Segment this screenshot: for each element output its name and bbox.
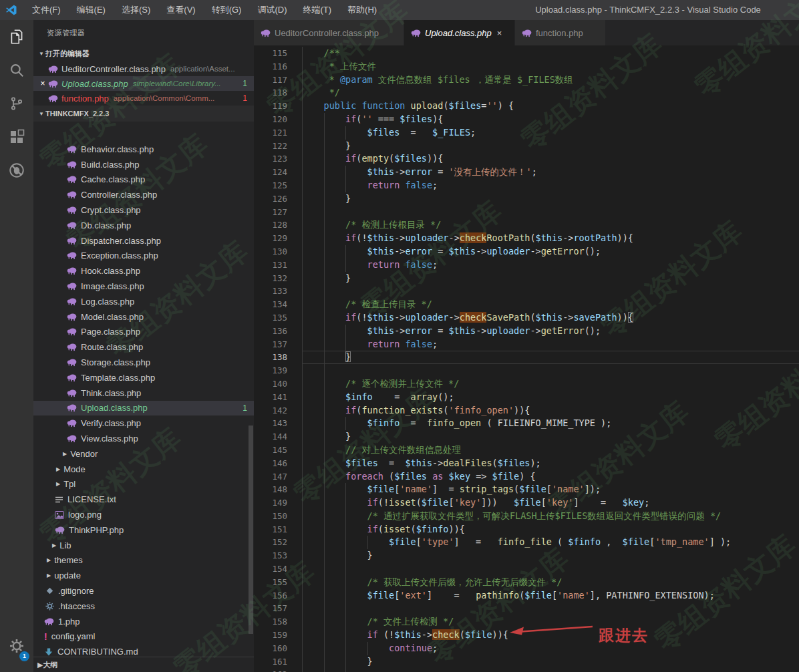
menu-item[interactable]: 选择(S)	[114, 0, 158, 20]
tree-item-.gitignore[interactable]: .gitignore	[33, 583, 254, 599]
tree-item-Image.class.php[interactable]: Image.class.php	[33, 279, 254, 294]
code-line-154[interactable]: 154	[254, 562, 799, 576]
tree-item-Upload.class.php[interactable]: Upload.class.php1	[33, 401, 254, 416]
code-line-145[interactable]: 145 // 对上传文件数组信息处理	[254, 444, 799, 457]
tree-item-Page.class.php[interactable]: Page.class.php	[33, 325, 254, 340]
code-line-127[interactable]: 127	[254, 206, 799, 219]
code-line-142[interactable]: 142 if(function_exists('finfo_open')){	[254, 404, 799, 417]
code-line-135[interactable]: 135 if(!$this->uploader->checkSavePath($…	[254, 311, 799, 325]
tree-item-View.class.php[interactable]: View.class.php	[33, 431, 254, 446]
code-line-146[interactable]: 146 $files = $this->dealFiles($files);	[254, 457, 799, 470]
code-line-126[interactable]: 126 }	[254, 192, 799, 206]
manage-button[interactable]: 1	[0, 629, 33, 663]
menu-item[interactable]: 调试(D)	[249, 0, 295, 20]
code-line-141[interactable]: 141 $info = array();	[254, 391, 799, 404]
close-icon[interactable]: ×	[497, 28, 502, 38]
code-line-161[interactable]: 161 }	[254, 655, 799, 669]
menu-item[interactable]: 帮助(H)	[339, 0, 385, 20]
code-line-147[interactable]: 147 foreach ($files as $key => $file) {	[254, 470, 799, 484]
code-line-123[interactable]: 123 if(empty($files)){	[254, 152, 799, 166]
code-line-138[interactable]: 138 }	[254, 351, 799, 364]
code-line-134[interactable]: 134 /* 检查上传目录 */	[254, 298, 799, 311]
activity-explorer-button[interactable]	[0, 20, 33, 53]
tree-item-Model.class.php[interactable]: Model.class.php	[33, 309, 254, 325]
root-folder-header[interactable]: ▼ THINKCMFX_2.2.3	[33, 106, 254, 122]
code-line-150[interactable]: 150 /* 通过扩展获取文件类型，可解决FLASH上传$FILES数组返回文件…	[254, 510, 799, 523]
code-line-120[interactable]: 120 if('' === $files){	[254, 113, 799, 126]
tree-item-Verify.class.php[interactable]: Verify.class.php	[33, 415, 254, 431]
code-line-121[interactable]: 121 $files = $_FILES;	[254, 126, 799, 140]
tree-item-Route.class.php[interactable]: Route.class.php	[33, 339, 254, 355]
menu-item[interactable]: 终端(T)	[295, 0, 339, 20]
code-line-132[interactable]: 132 }	[254, 272, 799, 285]
code-line-158[interactable]: 158 /* 文件上传检测 */	[254, 615, 799, 629]
code-line-117[interactable]: 117 * @param 文件信息数组 $files ，通常是 $_FILES数…	[254, 73, 799, 87]
close-icon[interactable]: ×	[37, 79, 48, 88]
tab-UeditorController.class.php[interactable]: UeditorController.class.php	[254, 20, 404, 45]
activity-debug-off-button[interactable]	[0, 154, 33, 187]
tree-item-Cache.class.php[interactable]: Cache.class.php	[33, 172, 254, 188]
code-editor[interactable]: 115 /**116 * 上传文件117 * @param 文件信息数组 $fi…	[254, 45, 799, 672]
code-line-125[interactable]: 125 return false;	[254, 179, 799, 192]
code-line-128[interactable]: 128 /* 检测上传根目录 */	[254, 218, 799, 232]
outline-header[interactable]: ▶ 大纲	[33, 657, 254, 672]
code-line-153[interactable]: 153 }	[254, 549, 799, 562]
code-line-162[interactable]: 162	[254, 668, 799, 672]
code-line-131[interactable]: 131 return false;	[254, 259, 799, 272]
tab-function.php[interactable]: function.php	[515, 20, 605, 45]
tree-item-logo.png[interactable]: logo.png	[33, 507, 254, 522]
code-line-115[interactable]: 115 /**	[254, 47, 799, 60]
tree-item-Build.class.php[interactable]: Build.class.php	[33, 157, 254, 172]
tree-item-Crypt.class.php[interactable]: Crypt.class.php	[33, 202, 254, 218]
tree-item-Dispatcher.class.php[interactable]: Dispatcher.class.php	[33, 233, 254, 248]
code-line-129[interactable]: 129 if(!$this->uploader->checkRootPath($…	[254, 232, 799, 245]
open-editors-header[interactable]: ▼ 打开的编辑器	[33, 45, 254, 61]
code-line-130[interactable]: 130 $this->error = $this->uploader->getE…	[254, 245, 799, 259]
code-line-156[interactable]: 156 $file['ext'] = pathinfo($file['name'…	[254, 589, 799, 603]
code-line-159[interactable]: 159 if (!$this->check($file)){	[254, 629, 799, 642]
tree-item-Db.class.php[interactable]: Db.class.php	[33, 218, 254, 233]
tree-folder-Lib[interactable]: ▶Lib	[33, 538, 254, 553]
code-line-144[interactable]: 144 }	[254, 430, 799, 444]
menu-item[interactable]: 查看(V)	[158, 0, 203, 20]
tree-item-Template.class.php[interactable]: Template.class.php	[33, 370, 254, 385]
tree-item-Storage.class.php[interactable]: Storage.class.php	[33, 355, 254, 370]
tree-item-config.yaml[interactable]: !config.yaml	[33, 629, 254, 645]
code-line-149[interactable]: 149 if(!isset($file['key'])) $file['key'…	[254, 496, 799, 510]
tree-item-.htaccess[interactable]: .htaccess	[33, 599, 254, 614]
code-line-116[interactable]: 116 * 上传文件	[254, 60, 799, 73]
tree-item-Think.class.php[interactable]: Think.class.php	[33, 385, 254, 401]
tab-Upload.class.php[interactable]: Upload.class.php×	[404, 20, 514, 45]
code-line-137[interactable]: 137 return false;	[254, 338, 799, 351]
tree-item-LICENSE.txt[interactable]: LICENSE.txt	[33, 492, 254, 507]
activity-extensions-button[interactable]	[0, 120, 33, 154]
code-line-118[interactable]: 118 */	[254, 86, 799, 100]
code-line-148[interactable]: 148 $file['name'] = strip_tags($file['na…	[254, 483, 799, 496]
open-editor-item[interactable]: function.phpapplication\Common\Comm...1	[33, 91, 254, 106]
code-line-157[interactable]: 157	[254, 602, 799, 615]
code-line-139[interactable]: 139	[254, 364, 799, 377]
menu-item[interactable]: 文件(F)	[24, 0, 69, 20]
code-line-143[interactable]: 143 $finfo = finfo_open ( FILEINFO_MIME_…	[254, 417, 799, 430]
code-line-160[interactable]: 160 continue;	[254, 642, 799, 655]
tree-item-Exception.class.php[interactable]: Exception.class.php	[33, 248, 254, 264]
activity-scm-button[interactable]	[0, 87, 33, 120]
code-line-122[interactable]: 122 }	[254, 140, 799, 153]
tree-item-1.php[interactable]: 1.php	[33, 614, 254, 629]
tree-item-Hook.class.php[interactable]: Hook.class.php	[33, 263, 254, 279]
tree-item-Behavior.class.php[interactable]: Behavior.class.php	[33, 142, 254, 157]
tree-folder-Mode[interactable]: ▶Mode	[33, 462, 254, 477]
code-line-136[interactable]: 136 $this->error = $this->uploader->getE…	[254, 325, 799, 338]
code-line-151[interactable]: 151 if(isset($finfo)){	[254, 523, 799, 536]
code-line-152[interactable]: 152 $file['type'] = finfo_file ( $finfo …	[254, 536, 799, 549]
code-line-133[interactable]: 133	[254, 285, 799, 298]
activity-search-button[interactable]	[0, 53, 33, 87]
code-line-140[interactable]: 140 /* 逐个检测并上传文件 */	[254, 377, 799, 391]
open-editor-item[interactable]: UeditorController.class.phpapplication\A…	[33, 61, 254, 76]
tree-folder-Tpl[interactable]: ▶Tpl	[33, 477, 254, 492]
code-line-155[interactable]: 155 /* 获取上传文件后缀，允许上传无后缀文件 */	[254, 576, 799, 589]
tree-folder-update[interactable]: ▶update	[33, 568, 254, 583]
tree-folder-themes[interactable]: ▶themes	[33, 553, 254, 568]
menu-item[interactable]: 转到(G)	[204, 0, 250, 20]
open-editor-item[interactable]: ×Upload.class.phpsimplewind\Core\Library…	[33, 76, 254, 91]
